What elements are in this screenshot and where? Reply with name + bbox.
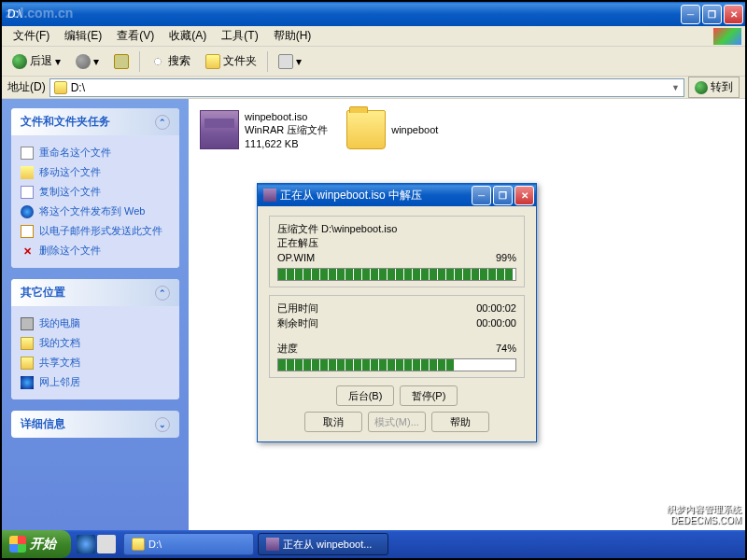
task-email[interactable]: 以电子邮件形式发送此文件 — [21, 221, 170, 241]
place-my-documents[interactable]: 我的文档 — [21, 333, 170, 353]
progress-group-2: 已用时间00:00:02 剩余时间00:00:00 进度74% — [269, 295, 525, 378]
panel-header[interactable]: 其它位置⌃ — [11, 279, 179, 306]
go-button[interactable]: 转到 — [688, 77, 740, 98]
panel-body: 我的电脑 我的文档 共享文档 网上邻居 — [11, 306, 179, 399]
file-tasks-panel: 文件和文件夹任务⌃ 重命名这个文件 移动这个文件 复制这个文件 将这个文件发布到… — [11, 108, 179, 268]
maximize-button[interactable]: ❐ — [702, 5, 722, 24]
titlebar[interactable]: D:\ ─ ❐ ✕ — [2, 2, 745, 26]
panel-header[interactable]: 详细信息⌄ — [11, 411, 179, 438]
taskbar-item-explorer[interactable]: D:\ — [123, 533, 254, 555]
search-icon — [150, 54, 165, 69]
file-folder[interactable]: winpeboot — [346, 110, 438, 149]
address-label: 地址(D) — [7, 79, 46, 95]
task-rename[interactable]: 重命名这个文件 — [21, 143, 170, 162]
current-file: OP.WIM — [277, 251, 315, 265]
search-button[interactable]: 搜索 — [146, 50, 195, 72]
separator — [267, 51, 268, 72]
close-button[interactable]: ✕ — [724, 5, 743, 24]
network-icon — [21, 376, 34, 389]
address-field[interactable]: ▼ — [49, 78, 684, 97]
winrar-icon — [200, 110, 239, 149]
forward-icon — [76, 54, 91, 69]
mail-icon — [21, 225, 34, 238]
start-button[interactable]: 开始 — [2, 530, 71, 558]
address-bar: 地址(D) ▼ 转到 — [2, 77, 745, 99]
dropdown-icon[interactable]: ▼ — [671, 83, 680, 92]
pause-button[interactable]: 暂停(P) — [400, 385, 458, 406]
rename-icon — [21, 147, 34, 160]
menu-file[interactable]: 文件(F) — [7, 26, 55, 46]
menu-edit[interactable]: 编辑(E) — [59, 26, 107, 46]
folder-label: winpeboot — [391, 123, 438, 136]
dialog-close-button[interactable]: ✕ — [514, 186, 534, 205]
elapsed-time: 00:00:02 — [476, 301, 516, 315]
dialog-minimize-button[interactable]: ─ — [472, 186, 491, 205]
place-shared-docs[interactable]: 共享文档 — [21, 353, 170, 372]
forward-button[interactable]: ▾ — [71, 51, 104, 72]
separator — [139, 51, 140, 72]
panel-body: 重命名这个文件 移动这个文件 复制这个文件 将这个文件发布到 Web 以电子邮件… — [11, 135, 179, 268]
dialog-maximize-button[interactable]: ❐ — [493, 186, 513, 205]
task-publish-web[interactable]: 将这个文件发布到 Web — [21, 202, 170, 221]
folders-button[interactable]: 文件夹 — [201, 50, 261, 72]
copy-icon — [21, 186, 34, 199]
total-percent: 74% — [496, 342, 516, 356]
windows-logo-icon — [9, 536, 26, 553]
back-icon — [12, 54, 27, 69]
task-copy[interactable]: 复制这个文件 — [21, 182, 170, 202]
menu-tools[interactable]: 工具(T) — [216, 26, 263, 46]
task-delete[interactable]: ✕删除这个文件 — [21, 241, 170, 260]
progress-fill — [278, 359, 454, 371]
menu-favorites[interactable]: 收藏(A) — [163, 26, 212, 46]
up-button[interactable] — [109, 51, 134, 72]
progress-group-1: 压缩文件 D:\winpeboot.iso 正在解压 OP.WIM99% — [269, 216, 525, 287]
place-my-computer[interactable]: 我的电脑 — [21, 314, 170, 333]
winrar-icon — [266, 538, 279, 551]
chevron-down-icon: ⌄ — [155, 417, 170, 432]
background-button[interactable]: 后台(B) — [336, 385, 394, 406]
taskbar: 开始 D:\ 正在从 winpeboot... — [2, 530, 745, 558]
web-icon — [21, 205, 34, 218]
cancel-button[interactable]: 取消 — [304, 412, 362, 432]
folder-icon — [132, 538, 145, 551]
watermark-bottom: 织梦内容管理系统 DEDECMS.COM — [667, 504, 741, 526]
views-button[interactable]: ▾ — [274, 51, 306, 72]
mode-button[interactable]: 模式(M)... — [368, 412, 426, 432]
progress-fill — [278, 269, 513, 280]
up-folder-icon — [114, 54, 129, 69]
file-iso[interactable]: winpeboot.iso WinRAR 压缩文件 111,622 KB — [200, 110, 328, 150]
views-icon — [278, 54, 293, 69]
computer-icon — [21, 317, 34, 330]
total-progress — [277, 358, 516, 371]
delete-icon: ✕ — [21, 245, 34, 258]
menu-help[interactable]: 帮助(H) — [268, 26, 317, 46]
desktop-icon[interactable] — [97, 535, 116, 553]
file-progress — [277, 268, 516, 281]
task-move[interactable]: 移动这个文件 — [21, 162, 170, 182]
help-button[interactable]: 帮助 — [431, 412, 489, 432]
documents-icon — [21, 337, 34, 350]
dialog-titlebar[interactable]: 正在从 winpeboot.iso 中解压 ─ ❐ ✕ — [258, 184, 536, 206]
place-network[interactable]: 网上邻居 — [21, 372, 170, 392]
extraction-dialog: 正在从 winpeboot.iso 中解压 ─ ❐ ✕ 压缩文件 D:\winp… — [257, 183, 537, 442]
details-panel: 详细信息⌄ — [11, 411, 179, 438]
file-label: winpeboot.iso WinRAR 压缩文件 111,622 KB — [245, 110, 328, 150]
move-icon — [21, 166, 34, 179]
quick-launch — [71, 535, 121, 553]
dialog-title: 正在从 winpeboot.iso 中解压 — [280, 188, 472, 203]
minimize-button[interactable]: ─ — [681, 5, 700, 24]
window-title: D:\ — [7, 7, 681, 21]
back-button[interactable]: 后退 ▾ — [7, 50, 65, 72]
dialog-body: 压缩文件 D:\winpeboot.iso 正在解压 OP.WIM99% 已用时… — [258, 206, 536, 441]
toolbar: 后退 ▾ ▾ 搜索 文件夹 ▾ — [2, 47, 745, 77]
ie-icon[interactable] — [77, 535, 95, 553]
taskbar-item-winrar[interactable]: 正在从 winpeboot... — [258, 533, 388, 555]
menu-view[interactable]: 查看(V) — [111, 26, 160, 46]
chevron-up-icon: ⌃ — [155, 286, 170, 301]
address-input[interactable] — [71, 81, 668, 94]
panel-header[interactable]: 文件和文件夹任务⌃ — [11, 108, 179, 135]
go-icon — [695, 81, 708, 94]
folder-icon — [205, 54, 220, 69]
menubar: 文件(F) 编辑(E) 查看(V) 收藏(A) 工具(T) 帮助(H) — [2, 26, 745, 47]
other-places-panel: 其它位置⌃ 我的电脑 我的文档 共享文档 网上邻居 — [11, 279, 179, 399]
